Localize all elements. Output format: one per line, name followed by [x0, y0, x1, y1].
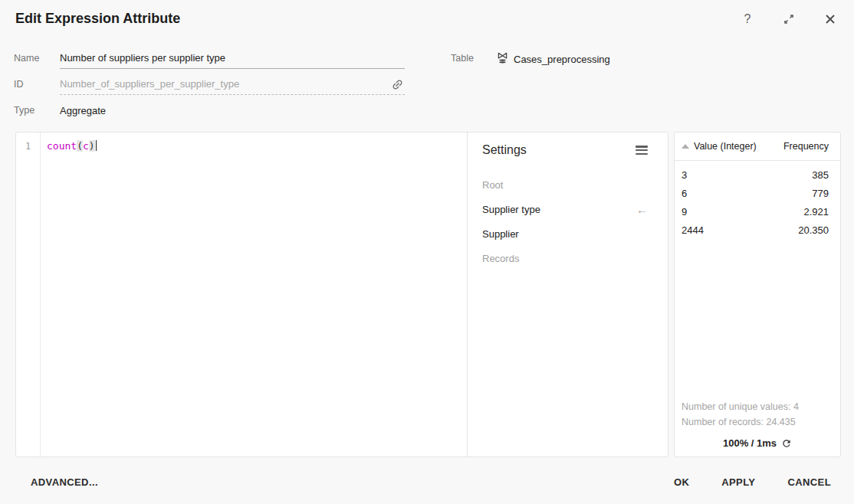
preview-stats: Number of unique values: 4 Number of rec…: [675, 399, 840, 457]
menu-icon[interactable]: [636, 146, 648, 155]
type-value: Aggregate: [60, 105, 106, 116]
preview-table-header: Value (Integer) Frequency: [675, 133, 840, 161]
help-icon[interactable]: ?: [739, 11, 756, 28]
selected-arrow-icon: ←: [636, 203, 648, 216]
name-label: Name: [14, 53, 39, 64]
page-title: Edit Expression Attribute: [15, 11, 180, 27]
settings-title: Settings: [482, 143, 527, 157]
settings-panel: Settings Root Supplier type ← Supplier R…: [467, 133, 668, 457]
value-preview-panel: Value (Integer) Frequency 3 385 6 779 9 …: [674, 132, 841, 457]
id-input: Number_of_suppliers_per_supplier_type: [60, 78, 405, 95]
link-icon[interactable]: [389, 77, 405, 92]
code-content: count(c): [41, 133, 97, 457]
close-icon[interactable]: [822, 11, 839, 28]
line-number: 1: [25, 141, 31, 152]
settings-item-supplier-type[interactable]: Supplier type ←: [482, 197, 648, 221]
sort-column-value[interactable]: Value (Integer): [682, 141, 783, 152]
code-argument-token: c: [83, 140, 89, 152]
settings-item-records: Records: [482, 246, 648, 270]
dialog-footer: ADVANCED... OK APPLY CANCEL: [0, 460, 854, 504]
settings-item-supplier[interactable]: Supplier: [482, 221, 648, 246]
settings-item-root: Root: [482, 172, 648, 197]
query-status: 100% / 1ms: [723, 437, 777, 449]
dialog-header-actions: ?: [739, 11, 839, 28]
ok-button[interactable]: OK: [666, 470, 697, 494]
table-row: 2444 20.350: [675, 221, 840, 239]
id-label: ID: [14, 79, 24, 90]
line-number-gutter: 1: [16, 133, 41, 457]
unique-values-stat: Number of unique values: 4: [682, 399, 833, 414]
sort-ascending-icon: [682, 144, 689, 149]
code-editor[interactable]: 1 count(c): [16, 133, 467, 457]
table-join-icon: [497, 51, 508, 67]
preview-rows: 3 385 6 779 9 2.921 2444 20.350: [675, 161, 840, 239]
type-label: Type: [14, 105, 34, 116]
table-row: 6 779: [675, 184, 840, 202]
sort-column-frequency[interactable]: Frequency: [783, 141, 829, 152]
table-row: 3 385: [675, 165, 840, 184]
table-label: Table: [451, 53, 474, 64]
expand-icon[interactable]: [780, 11, 797, 28]
table-value: Cases_preprocessing: [514, 54, 610, 65]
table-selector[interactable]: Cases_preprocessing: [497, 51, 610, 67]
records-stat: Number of records: 24.435: [682, 414, 833, 430]
code-close-paren: ): [89, 140, 95, 152]
apply-button[interactable]: APPLY: [714, 470, 763, 494]
name-input[interactable]: Number of suppliers per supplier type: [60, 52, 405, 69]
code-function-token: count: [47, 140, 77, 152]
advanced-button[interactable]: ADVANCED...: [23, 470, 106, 494]
code-open-paren: (: [77, 140, 83, 152]
text-cursor: [96, 140, 97, 151]
table-row: 9 2.921: [675, 202, 840, 221]
refresh-icon[interactable]: [781, 438, 792, 449]
cancel-button[interactable]: CANCEL: [780, 470, 839, 494]
expression-panel: 1 count(c) Settings Root Supplier type ←…: [15, 132, 668, 457]
